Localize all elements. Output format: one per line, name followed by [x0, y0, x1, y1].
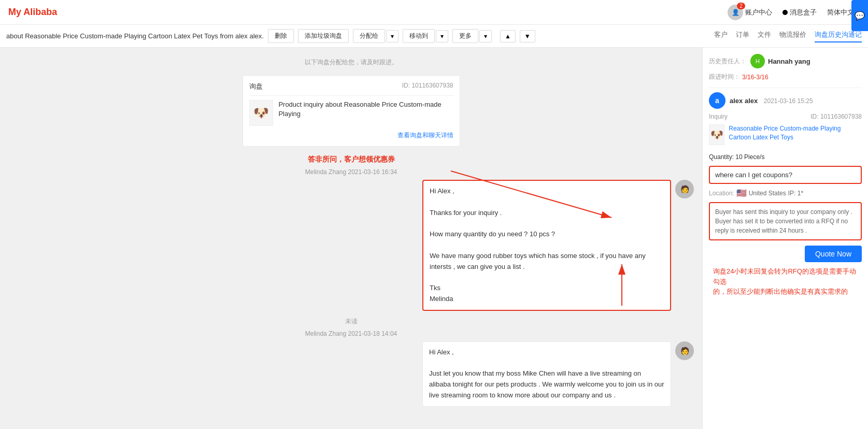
- right-quantity: Quantity: 10 Piece/s: [709, 153, 862, 161]
- follow-time-value: 3/16-3/16: [742, 74, 769, 81]
- assignee-avatar: H: [750, 54, 765, 68]
- product-thumbnail: 🐶: [249, 100, 274, 126]
- buyer-notice-line2: Buyer has set it to be converted into a …: [715, 217, 856, 235]
- inquiry-card-body: 🐶 Product inquiry about Reasonable Price…: [249, 100, 453, 126]
- coupon-query-box: where can I get coupons?: [709, 166, 862, 184]
- assignee-label: 历史责任人：: [709, 57, 746, 66]
- right-product-icon: 🐶: [710, 128, 723, 141]
- divider: [709, 88, 862, 88]
- tab-history[interactable]: 询盘历史沟通记: [815, 30, 862, 42]
- message-dot-icon: [782, 10, 788, 15]
- inquiry-card-footer: 查看询盘和聊天详情: [249, 131, 453, 140]
- country-name: United States: [749, 190, 786, 197]
- top-header: My Alibaba 2 👤 账户中心 消息盒子 简体中文 ▾ 💬: [0, 0, 868, 25]
- account-label: 账户中心: [745, 8, 772, 17]
- message-line: How many quantity do yu need ? 10 pcs ?: [430, 229, 664, 240]
- buyer-notice-box: Buyer has sent this inquiry to your comp…: [709, 202, 862, 240]
- message-line: Hi Alex ,: [430, 186, 664, 197]
- message-line: Tks: [430, 283, 664, 294]
- spam-button[interactable]: 添加垃圾询盘: [298, 29, 349, 43]
- message-line: Hi Alex ,: [429, 347, 664, 358]
- send-timestamp: 2021-03-16 15:25: [764, 97, 813, 105]
- avatar: 🧑: [675, 180, 694, 198]
- main-layout: 以下询盘分配给您，请及时跟进。 询盘 ID: 101163607938 🐶 Pr…: [0, 48, 868, 429]
- avatar: 🧑: [675, 341, 694, 360]
- product-title: Product inquiry about Reasonable Price C…: [278, 100, 453, 119]
- next-message-btn[interactable]: ▼: [520, 30, 535, 42]
- tab-logistics[interactable]: 物流报价: [779, 30, 806, 42]
- live-chat-btn[interactable]: 💬: [851, 0, 868, 31]
- message-bubble-2: Hi Alex , Just let you know that my boss…: [422, 341, 671, 407]
- chat-area: 以下询盘分配给您，请及时跟进。 询盘 ID: 101163607938 🐶 Pr…: [0, 48, 702, 429]
- ip-address: IP: 1*: [788, 190, 803, 197]
- product-icon: 🐶: [253, 106, 269, 120]
- history-assignee: 历史责任人： H Hannah yang: [709, 54, 862, 68]
- more-dropdown-btn[interactable]: ▾: [479, 30, 492, 42]
- view-inquiry-link[interactable]: 查看询盘和聊天详情: [397, 132, 453, 139]
- prev-message-btn[interactable]: ▲: [500, 30, 516, 42]
- inquiry-card-header: 询盘 ID: 101163607938: [249, 82, 453, 96]
- header-right: 2 👤 账户中心 消息盒子 简体中文 ▾: [728, 5, 860, 20]
- tab-order[interactable]: 订单: [736, 30, 749, 42]
- buyer-notice-line1: Buyer has sent this inquiry to your comp…: [715, 207, 856, 217]
- move-group: 移动到 ▾: [403, 29, 448, 43]
- inquiry-label: 询盘: [249, 82, 263, 91]
- logo: My Alibaba: [8, 7, 57, 18]
- badge: 2: [737, 3, 745, 9]
- inquiry-type-label: Inquiry: [709, 113, 728, 120]
- message-bubble-1: Hi Alex , Thanks for your inquiry . How …: [422, 180, 671, 311]
- right-product-title[interactable]: Reasonable Price Custom-made Playing Car…: [729, 124, 862, 142]
- location-label: Location:: [709, 190, 734, 197]
- message-timestamp-2: Melinda Zhang 2021-03-18 14:04: [8, 330, 694, 337]
- tab-file[interactable]: 文件: [758, 30, 771, 42]
- annotation-top: 答非所问，客户想领优惠券: [8, 155, 694, 164]
- move-dropdown-btn[interactable]: ▾: [436, 30, 448, 42]
- sub-toolbar: about Reasonable Price Custom-made Playi…: [0, 25, 868, 48]
- email-subject: about Reasonable Price Custom-made Playi…: [6, 32, 264, 40]
- system-notice: 以下询盘分配给您，请及时跟进。: [8, 58, 694, 67]
- follow-time-label: 跟进时间：: [709, 73, 740, 81]
- account-center-btn[interactable]: 2 👤 账户中心: [728, 5, 772, 20]
- annotation-bottom: 询盘24小时未回复会转为RFQ的选项是需要手动勾选的，所以至少能判断出他确实是有…: [709, 262, 862, 301]
- right-panel-body: 历史责任人： H Hannah yang 跟进时间： 3/16-3/16 a a…: [703, 48, 868, 429]
- avatar: 2 👤: [728, 5, 743, 20]
- table-row: 🧑 Hi Alex , Just let you know that my bo…: [8, 341, 694, 407]
- sender-avatar: a: [709, 92, 725, 109]
- move-button[interactable]: 移动到: [403, 29, 435, 43]
- assign-group: 分配给 ▾: [353, 29, 399, 43]
- right-inquiry-id: ID: 101163607938: [810, 113, 862, 120]
- messages-btn[interactable]: 消息盒子: [782, 8, 817, 17]
- location-row: Location: 🇺🇸 United States IP: 1*: [709, 188, 862, 198]
- table-row: 🧑 Hi Alex , Thanks for your inquiry . Ho…: [8, 180, 694, 311]
- message-timestamp-1: Melinda Zhang 2021-03-16 16:34: [8, 168, 694, 176]
- more-button[interactable]: 更多: [452, 29, 478, 43]
- assign-dropdown-btn[interactable]: ▾: [386, 30, 399, 42]
- right-panel: 历史责任人： H Hannah yang 跟进时间： 3/16-3/16 a a…: [702, 48, 868, 429]
- inquiry-id: ID: 101163607938: [402, 82, 453, 91]
- assign-button[interactable]: 分配给: [353, 29, 385, 43]
- assignee-name: Hannah yang: [768, 58, 810, 65]
- message-line: Melinda: [430, 294, 664, 305]
- right-panel-tabs: 客户 订单 文件 物流报价 询盘历史沟通记: [714, 30, 862, 42]
- right-product-thumbnail: 🐶: [709, 124, 724, 145]
- more-group: 更多 ▾: [452, 29, 492, 43]
- unread-label: 未读: [8, 317, 694, 326]
- message-line: Just let you know that my boss Mike Chen…: [429, 368, 664, 401]
- language-label: 简体中文: [827, 8, 854, 17]
- sender-name: alex alex: [730, 97, 758, 105]
- delete-button[interactable]: 删除: [268, 29, 294, 43]
- message-line: Thanks for your inquiry .: [430, 208, 664, 219]
- inquiry-card: 询盘 ID: 101163607938 🐶 Product inquiry ab…: [243, 75, 460, 147]
- flag-icon: 🇺🇸: [736, 188, 747, 198]
- messages-label: 消息盒子: [790, 8, 817, 17]
- quote-now-button[interactable]: Quote Now: [805, 246, 862, 262]
- message-line: We have many good rubber toys which has …: [430, 251, 664, 273]
- tab-customer[interactable]: 客户: [714, 30, 728, 42]
